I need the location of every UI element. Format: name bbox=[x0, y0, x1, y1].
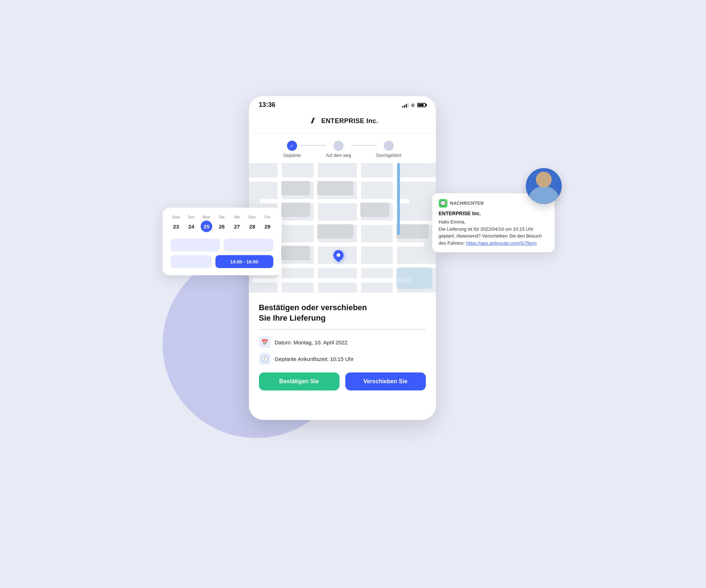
day-son: Son 24 bbox=[186, 215, 197, 232]
progress-steps: ✓ Geplante Auf dem weg Durchgeführt bbox=[249, 134, 436, 163]
divider bbox=[259, 329, 426, 330]
time-text: Geplante Ankunftszeit: 10:15 Uhr bbox=[275, 356, 354, 362]
date-text: Datum: Montag, 10. April 2022 bbox=[275, 339, 348, 345]
step-label-2: Auf dem weg bbox=[326, 153, 351, 158]
day-don[interactable]: Don 28 bbox=[246, 215, 258, 232]
step-circle-3 bbox=[384, 141, 394, 151]
signal-icon bbox=[402, 103, 409, 108]
status-bar: 13:36 ⊛ bbox=[249, 96, 436, 112]
day-mon[interactable]: Mon 25 bbox=[201, 215, 212, 232]
time-slot-selected[interactable]: 14:00 - 16:00 bbox=[215, 255, 273, 268]
notification-app-name: NACHRICHTEN bbox=[450, 201, 484, 206]
calendar-slots: 14:00 - 16:00 bbox=[170, 239, 273, 268]
bottom-panel: Bestätigen oder verschiebenSie Ihre Lief… bbox=[249, 293, 436, 398]
action-buttons: Bestätigen Sie Verschieben Sie bbox=[259, 372, 426, 390]
slot-placeholder-2[interactable] bbox=[224, 239, 273, 252]
slot-placeholder-1[interactable] bbox=[170, 239, 220, 252]
wifi-icon: ⊛ bbox=[411, 102, 415, 108]
day-mit[interactable]: Mit 27 bbox=[231, 215, 243, 232]
day-die[interactable]: Die 26 bbox=[216, 215, 227, 232]
step-geplante: ✓ Geplante bbox=[283, 141, 301, 158]
step-durchgefuhrt: Durchgeführt bbox=[376, 141, 401, 158]
status-icons: ⊛ bbox=[402, 102, 426, 108]
step-label-3: Durchgeführt bbox=[376, 153, 401, 158]
notification-link[interactable]: https://app.antsroute.com/S/7fprm bbox=[466, 240, 537, 246]
clock-icon: 🕙 bbox=[259, 353, 270, 365]
calendar-icon: 📅 bbox=[259, 336, 270, 348]
step-circle-2 bbox=[333, 141, 343, 151]
status-time: 13:36 bbox=[259, 101, 275, 109]
map-pin bbox=[333, 250, 343, 260]
app-header: // ENTERPRISE Inc. bbox=[249, 112, 436, 134]
notification-message: Hallo Emma, Die Lieferung ist für 2022/0… bbox=[439, 218, 548, 246]
battery-icon bbox=[417, 103, 426, 107]
date-row: 📅 Datum: Montag, 10. April 2022 bbox=[259, 336, 426, 348]
day-fre[interactable]: Fre 29 bbox=[261, 215, 273, 232]
messages-icon: 💬 bbox=[439, 199, 447, 208]
company-name: ENTERPRISE Inc. bbox=[321, 117, 378, 125]
calendar-widget: Sam 23 Son 24 Mon 25 Die 26 Mit 27 Don 2… bbox=[163, 208, 281, 275]
notification-sender: ENTERPRISE Inc. bbox=[439, 211, 548, 216]
step-auf-dem-weg: Auf dem weg bbox=[326, 141, 351, 158]
step-label-1: Geplante bbox=[283, 153, 301, 158]
slot-placeholder-3[interactable] bbox=[170, 255, 212, 268]
step-line-2 bbox=[351, 145, 376, 146]
time-row: 🕙 Geplante Ankunftszeit: 10:15 Uhr bbox=[259, 353, 426, 365]
avatar bbox=[526, 168, 562, 204]
delivery-title: Bestätigen oder verschiebenSie Ihre Lief… bbox=[259, 303, 426, 323]
reschedule-button[interactable]: Verschieben Sie bbox=[345, 372, 426, 390]
logo-icon: // bbox=[306, 115, 318, 127]
confirm-button[interactable]: Bestätigen Sie bbox=[259, 372, 340, 390]
day-sam: Sam 23 bbox=[170, 215, 182, 232]
step-circle-1: ✓ bbox=[287, 141, 297, 151]
step-line-1 bbox=[301, 145, 326, 146]
calendar-days: Sam 23 Son 24 Mon 25 Die 26 Mit 27 Don 2… bbox=[170, 215, 273, 232]
